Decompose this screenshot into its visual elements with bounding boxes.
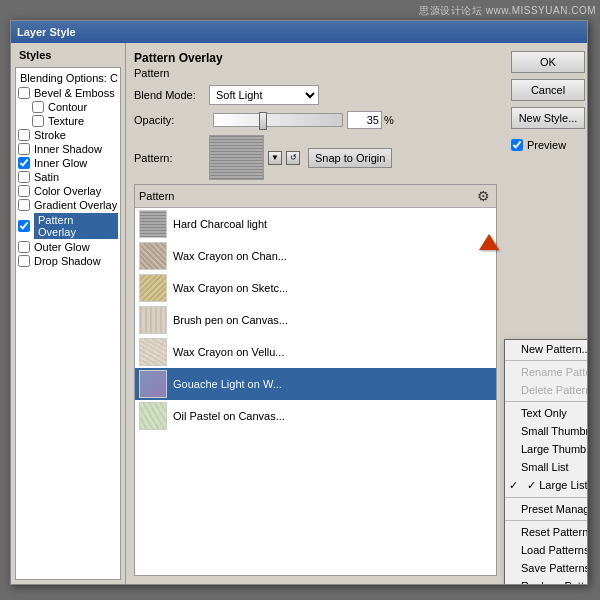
inner-shadow-label: Inner Shadow <box>34 143 102 155</box>
satin-checkbox[interactable] <box>18 171 30 183</box>
color-overlay-checkbox[interactable] <box>18 185 30 197</box>
menu-sep-4 <box>505 520 587 521</box>
pattern-thumb-5 <box>139 338 167 366</box>
opacity-input[interactable] <box>347 111 382 129</box>
ok-button[interactable]: OK <box>511 51 585 73</box>
menu-small-thumbnail[interactable]: Small Thumbnail <box>505 422 587 440</box>
texture-checkbox[interactable] <box>32 115 44 127</box>
option-color-overlay[interactable]: Color Overlay <box>18 184 118 198</box>
gradient-overlay-checkbox[interactable] <box>18 199 30 211</box>
drop-shadow-checkbox[interactable] <box>18 255 30 267</box>
section-subtitle: Pattern <box>134 67 497 79</box>
styles-title: Styles <box>15 47 121 63</box>
gear-button[interactable]: ⚙ <box>474 187 492 205</box>
menu-sep-2 <box>505 401 587 402</box>
menu-save-patterns[interactable]: Save Patterns... <box>505 559 587 577</box>
option-outer-glow[interactable]: Outer Glow <box>18 240 118 254</box>
menu-preset-manager[interactable]: Preset Manager... <box>505 500 587 518</box>
menu-large-list[interactable]: ✓ Large List <box>505 476 587 495</box>
option-texture[interactable]: Texture <box>32 114 118 128</box>
preview-label: Preview <box>527 139 566 151</box>
pattern-thumb-7 <box>139 402 167 430</box>
contour-checkbox[interactable] <box>32 101 44 113</box>
pattern-name-6: Gouache Light on W... <box>173 378 282 390</box>
snap-to-origin-button[interactable]: Snap to Origin <box>308 148 392 168</box>
option-stroke[interactable]: Stroke <box>18 128 118 142</box>
pattern-thumb-3 <box>139 274 167 302</box>
pattern-name-4: Brush pen on Canvas... <box>173 314 288 326</box>
styles-list: Blending Options: Custom Bevel & Emboss … <box>15 67 121 580</box>
inner-shadow-checkbox[interactable] <box>18 143 30 155</box>
new-style-button[interactable]: New Style... <box>511 107 585 129</box>
inner-glow-label: Inner Glow <box>34 157 87 169</box>
pattern-name-3: Wax Crayon on Sketc... <box>173 282 288 294</box>
pattern-row: Pattern: ▼ ↺ Snap to Origin <box>134 135 497 180</box>
stroke-label: Stroke <box>34 129 66 141</box>
option-blending[interactable]: Blending Options: Custom <box>18 70 118 86</box>
pattern-item-6[interactable]: Gouache Light on W... <box>135 368 496 400</box>
opacity-label: Opacity: <box>134 114 209 126</box>
pattern-item-5[interactable]: Wax Crayon on Vellu... <box>135 336 496 368</box>
pattern-area: Pattern ⚙ Hard Charcoal light Wax Crayon… <box>134 184 497 576</box>
menu-small-list[interactable]: Small List <box>505 458 587 476</box>
option-inner-glow[interactable]: Inner Glow <box>18 156 118 170</box>
inner-glow-checkbox[interactable] <box>18 157 30 169</box>
option-contour[interactable]: Contour <box>32 100 118 114</box>
menu-text-only[interactable]: Text Only <box>505 404 587 422</box>
pattern-thumb-6 <box>139 370 167 398</box>
pattern-overlay-label: Pattern Overlay <box>34 213 118 239</box>
gradient-overlay-label: Gradient Overlay <box>34 199 117 211</box>
pattern-dropdown-btn[interactable]: ▼ <box>268 151 282 165</box>
pattern-name-7: Oil Pastel on Canvas... <box>173 410 285 422</box>
option-drop-shadow[interactable]: Drop Shadow <box>18 254 118 268</box>
blend-mode-row: Blend Mode: Soft Light Normal Multiply S… <box>134 85 497 105</box>
layer-style-dialog: Layer Style Styles Blending Options: Cus… <box>10 20 588 585</box>
menu-large-thumbnail[interactable]: Large Thumbnail <box>505 440 587 458</box>
section-title: Pattern Overlay <box>134 51 497 65</box>
outer-glow-checkbox[interactable] <box>18 241 30 253</box>
pattern-item-7[interactable]: Oil Pastel on Canvas... <box>135 400 496 432</box>
pattern-overlay-checkbox[interactable] <box>18 220 30 232</box>
blend-label: Blend Mode: <box>134 89 209 101</box>
opacity-handle[interactable] <box>259 112 267 130</box>
preview-row: Preview <box>511 139 581 151</box>
option-pattern-overlay[interactable]: Pattern Overlay <box>18 212 118 240</box>
menu-delete-pattern: Delete Pattern <box>505 381 587 399</box>
pattern-item-1[interactable]: Hard Charcoal light <box>135 208 496 240</box>
texture-label: Texture <box>48 115 84 127</box>
bevel-label: Bevel & Emboss <box>34 87 115 99</box>
option-gradient-overlay[interactable]: Gradient Overlay <box>18 198 118 212</box>
menu-new-pattern[interactable]: New Pattern... <box>505 340 587 358</box>
satin-label: Satin <box>34 171 59 183</box>
pattern-item-2[interactable]: Wax Crayon on Chan... <box>135 240 496 272</box>
menu-reset-patterns[interactable]: Reset Patterns... <box>505 523 587 541</box>
blend-mode-select[interactable]: Soft Light Normal Multiply Screen Overla… <box>209 85 319 105</box>
cancel-button[interactable]: Cancel <box>511 79 585 101</box>
stroke-checkbox[interactable] <box>18 129 30 141</box>
pattern-thumb-1 <box>139 210 167 238</box>
menu-sep-3 <box>505 497 587 498</box>
pattern-thumb-4 <box>139 306 167 334</box>
pattern-name-1: Hard Charcoal light <box>173 218 267 230</box>
middle-panel: Pattern Overlay Pattern Blend Mode: Soft… <box>126 43 505 584</box>
pattern-name-5: Wax Crayon on Vellu... <box>173 346 284 358</box>
reset-icon[interactable]: ↺ <box>286 151 300 165</box>
pattern-item-4[interactable]: Brush pen on Canvas... <box>135 304 496 336</box>
blending-label: Blending Options: Custom <box>18 71 118 85</box>
bevel-checkbox[interactable] <box>18 87 30 99</box>
menu-replace-patterns[interactable]: Replace Patterns... <box>505 577 587 584</box>
left-panel: Styles Blending Options: Custom Bevel & … <box>11 43 126 584</box>
option-bevel[interactable]: Bevel & Emboss <box>18 86 118 100</box>
opacity-slider[interactable] <box>213 113 343 127</box>
pattern-item-3[interactable]: Wax Crayon on Sketc... <box>135 272 496 304</box>
pattern-list-header: Pattern ⚙ <box>135 185 496 208</box>
menu-load-patterns[interactable]: Load Patterns... <box>505 541 587 559</box>
watermark: 思源设计论坛 www.MISSYUAN.COM <box>419 4 596 18</box>
option-inner-shadow[interactable]: Inner Shadow <box>18 142 118 156</box>
contour-label: Contour <box>48 101 87 113</box>
context-menu: New Pattern... Rename Pattern... Delete … <box>504 339 587 584</box>
color-overlay-label: Color Overlay <box>34 185 101 197</box>
option-satin[interactable]: Satin <box>18 170 118 184</box>
pattern-preview <box>209 135 264 180</box>
preview-checkbox[interactable] <box>511 139 523 151</box>
